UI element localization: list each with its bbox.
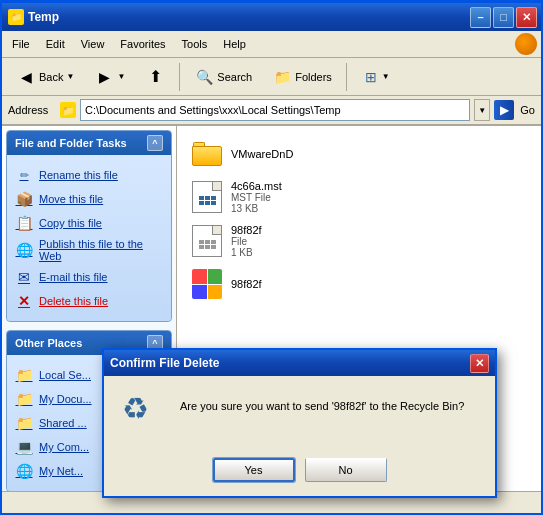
task-delete[interactable]: ✕ Delete this file [13, 289, 165, 313]
file-detail-98f82f-1: File1 KB [231, 236, 527, 258]
search-label: Search [217, 71, 252, 83]
collapse-file-tasks-button[interactable]: ^ [147, 135, 163, 151]
copy-icon: 📋 [15, 214, 33, 232]
dialog-title-label: Confirm File Delete [110, 356, 219, 370]
menu-favorites[interactable]: Favorites [114, 36, 171, 52]
task-move[interactable]: 📦 Move this file [13, 187, 165, 211]
address-bar: Address 📁 C:\Documents and Settings\xxx\… [2, 96, 541, 126]
address-label: Address [8, 104, 56, 116]
go-arrow-icon: ▶ [494, 100, 514, 120]
main-window: 📁 Temp – □ ✕ File Edit View Favorites To… [0, 0, 543, 515]
file-info-98f82f-1: 98f82f File1 KB [231, 224, 527, 258]
other-places-title: Other Places [15, 337, 82, 349]
dialog-body: ♻ Are you sure you want to send '98f82f'… [104, 376, 495, 450]
views-button[interactable]: ⊞ ▼ [353, 64, 398, 90]
title-bar: 📁 Temp – □ ✕ [2, 3, 541, 31]
menu-help[interactable]: Help [217, 36, 252, 52]
forward-button[interactable]: ▶ ▼ [86, 64, 133, 90]
move-icon: 📦 [15, 190, 33, 208]
back-icon: ◀ [16, 67, 36, 87]
file-info-4c66a: 4c66a.mst MST File13 KB [231, 180, 527, 214]
file-item-vmwarednd[interactable]: VMwareDnD [185, 134, 533, 174]
folder-shared-icon: 📁 [15, 414, 33, 432]
maximize-button[interactable]: □ [493, 7, 514, 28]
folder-local-icon: 📁 [15, 366, 33, 384]
computer-icon: 💻 [15, 438, 33, 456]
dialog-title-bar: Confirm File Delete ✕ [104, 350, 495, 376]
dialog-no-button[interactable]: No [305, 458, 387, 482]
file-folder-tasks-title: File and Folder Tasks [15, 137, 127, 149]
recycle-symbol: ♻ [122, 392, 149, 425]
folder-mydocs-icon: 📁 [15, 390, 33, 408]
folders-icon: 📁 [272, 67, 292, 87]
window-title: Temp [28, 10, 59, 24]
back-label: Back [39, 71, 63, 83]
forward-dropdown[interactable]: ▼ [117, 72, 125, 81]
menu-view[interactable]: View [75, 36, 111, 52]
folders-button[interactable]: 📁 Folders [264, 64, 340, 90]
toolbar: ◀ Back ▼ ▶ ▼ ⬆ 🔍 Search 📁 Folders ⊞ ▼ [2, 58, 541, 96]
folder-icon-vmwarednd [191, 138, 223, 170]
menu-tools[interactable]: Tools [176, 36, 214, 52]
file-info-98f82f-2: 98f82f [231, 278, 527, 290]
confirm-delete-dialog: Confirm File Delete ✕ ♻ Are you sure you… [102, 348, 497, 498]
menu-edit[interactable]: Edit [40, 36, 71, 52]
file-folder-tasks-panel: File and Folder Tasks ^ ✏ Rename this fi… [6, 130, 172, 322]
task-publish[interactable]: 🌐 Publish this file to the Web [13, 235, 165, 265]
forward-icon: ▶ [94, 67, 114, 87]
folders-label: Folders [295, 71, 332, 83]
file-detail-4c66a: MST File13 KB [231, 192, 527, 214]
back-button[interactable]: ◀ Back ▼ [8, 64, 82, 90]
minimize-button[interactable]: – [470, 7, 491, 28]
address-dropdown[interactable]: ▼ [474, 99, 490, 121]
search-icon: 🔍 [194, 67, 214, 87]
dialog-title-text: Confirm File Delete [110, 356, 219, 370]
file-folder-tasks-header: File and Folder Tasks ^ [7, 131, 171, 155]
close-button[interactable]: ✕ [516, 7, 537, 28]
up-button[interactable]: ⬆ [137, 64, 173, 90]
dialog-yes-button[interactable]: Yes [213, 458, 295, 482]
go-label[interactable]: Go [520, 104, 535, 116]
file-folder-tasks-body: ✏ Rename this file 📦 Move this file 📋 Co… [7, 155, 171, 321]
app-icon-98f82f-2 [191, 268, 223, 300]
toolbar-separator-1 [179, 63, 180, 91]
delete-icon: ✕ [15, 292, 33, 310]
file-name-98f82f-1: 98f82f [231, 224, 527, 236]
task-rename[interactable]: ✏ Rename this file [13, 163, 165, 187]
title-controls: – □ ✕ [470, 7, 537, 28]
menu-bar: File Edit View Favorites Tools Help [2, 31, 541, 58]
dialog-message: Are you sure you want to send '98f82f' t… [180, 394, 464, 415]
file-item-4c66a[interactable]: 4c66a.mst MST File13 KB [185, 176, 533, 218]
file-info-vmwarednd: VMwareDnD [231, 148, 527, 160]
views-dropdown[interactable]: ▼ [382, 72, 390, 81]
dialog-buttons: Yes No [104, 450, 495, 496]
email-icon: ✉ [15, 268, 33, 286]
up-icon: ⬆ [145, 67, 165, 87]
network-icon: 🌐 [15, 462, 33, 480]
xp-logo [515, 33, 537, 55]
file-item-98f82f-2[interactable]: 98f82f [185, 264, 533, 304]
task-copy[interactable]: 📋 Copy this file [13, 211, 165, 235]
mst-icon-4c66a [191, 181, 223, 213]
address-folder-icon: 📁 [60, 102, 76, 118]
toolbar-separator-2 [346, 63, 347, 91]
task-email[interactable]: ✉ E-mail this file [13, 265, 165, 289]
search-button[interactable]: 🔍 Search [186, 64, 260, 90]
views-icon: ⊞ [361, 67, 381, 87]
window-icon: 📁 [8, 9, 24, 25]
file-item-98f82f-1[interactable]: 98f82f File1 KB [185, 220, 533, 262]
back-dropdown[interactable]: ▼ [66, 72, 74, 81]
menu-file[interactable]: File [6, 36, 36, 52]
address-input[interactable]: C:\Documents and Settings\xxx\Local Sett… [80, 99, 470, 121]
dialog-close-button[interactable]: ✕ [470, 354, 489, 373]
title-bar-left: 📁 Temp [8, 9, 59, 25]
file-name-98f82f-2: 98f82f [231, 278, 527, 290]
file-name-4c66a: 4c66a.mst [231, 180, 527, 192]
file-name-vmwarednd: VMwareDnD [231, 148, 527, 160]
publish-icon: 🌐 [15, 241, 33, 259]
recycle-bin-icon: ♻ [122, 394, 166, 438]
generic-icon-98f82f-1 [191, 225, 223, 257]
rename-icon: ✏ [15, 166, 33, 184]
